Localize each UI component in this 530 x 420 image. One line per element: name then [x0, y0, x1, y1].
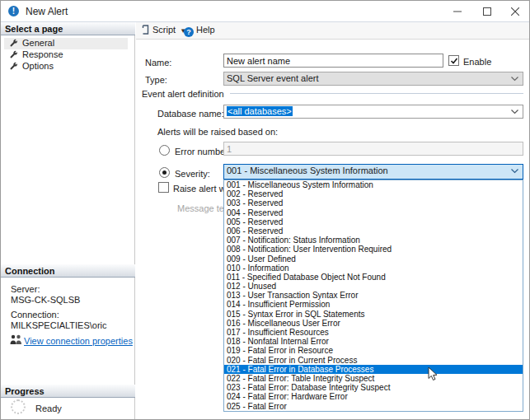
severity-option[interactable]: 011 - Specified Database Object Not Foun…: [224, 273, 523, 282]
severity-option[interactable]: 023 - Fatal Error: Database Integrity Su…: [224, 383, 523, 392]
raised-based-label: Alerts will be raised based on:: [157, 127, 278, 137]
mouse-cursor-icon: [428, 366, 438, 381]
severity-radio[interactable]: [159, 167, 170, 178]
minimize-button[interactable]: [445, 4, 470, 19]
help-icon: ?: [184, 27, 194, 37]
error-number-label: Error number:: [175, 147, 231, 156]
severity-option[interactable]: 007 - Notification: Status Information: [224, 236, 523, 245]
people-icon: [9, 334, 22, 345]
new-alert-dialog: ! New Alert Select a page General Respon…: [0, 0, 530, 420]
severity-option[interactable]: 015 - Syntax Error in SQL Statements: [224, 310, 523, 319]
severity-option[interactable]: 022 - Fatal Error: Table Integrity Suspe…: [224, 374, 523, 383]
maximize-button[interactable]: [475, 4, 500, 19]
sidebar-item-general[interactable]: General: [4, 38, 128, 49]
sidebar-item-response[interactable]: Response: [4, 49, 128, 61]
wrench-icon: [9, 62, 18, 71]
sidebar-item-label: General: [22, 38, 54, 48]
script-button[interactable]: Script▼: [141, 25, 186, 38]
alert-icon: !: [8, 6, 19, 16]
severity-option[interactable]: 010 - Information: [224, 264, 523, 273]
sidebar-item-label: Response: [22, 49, 63, 59]
close-button[interactable]: [503, 4, 528, 19]
selected-text: <all databases>: [227, 106, 293, 116]
chevron-down-icon: [511, 169, 518, 174]
severity-option[interactable]: 016 - Miscellaneous User Error: [224, 319, 523, 328]
name-label: Name:: [145, 58, 171, 68]
error-number-radio[interactable]: [159, 145, 170, 156]
severity-option[interactable]: 002 - Reserved: [224, 189, 523, 198]
close-icon: [511, 7, 519, 16]
wrench-icon: [9, 50, 18, 59]
database-name-select[interactable]: <all databases>: [223, 105, 523, 119]
maximize-icon: [483, 7, 491, 16]
window-title: New Alert: [26, 6, 68, 17]
chevron-down-icon: [511, 77, 518, 82]
severity-option[interactable]: 025 - Fatal Error: [224, 402, 523, 411]
chevron-down-icon: [511, 110, 518, 114]
severity-option[interactable]: 004 - Reserved: [224, 208, 523, 217]
connection-label: Connection:: [11, 310, 59, 320]
database-name-label: Database name:: [157, 109, 224, 119]
enable-label: Enable: [463, 57, 491, 67]
severity-option[interactable]: 024 - Fatal Error: Hardware Error: [224, 392, 523, 401]
sidebar-item-options[interactable]: Options: [4, 61, 128, 72]
sidebar: Select a page General Response Options C…: [1, 22, 135, 420]
severity-option[interactable]: 008 - Notification: User Intervention Re…: [224, 245, 523, 254]
raise-alert-checkbox[interactable]: [158, 182, 169, 193]
severity-option[interactable]: 003 - Reserved: [224, 198, 523, 208]
severity-dropdown-list[interactable]: 001 - Miscellaneous System Information00…: [223, 180, 523, 412]
type-label: Type:: [145, 75, 167, 85]
progress-header: Progress: [1, 385, 135, 398]
severity-option[interactable]: 005 - Reserved: [224, 217, 523, 226]
severity-select[interactable]: 001 - Miscellaneous System Information: [223, 164, 523, 180]
sidebar-item-label: Options: [22, 61, 54, 71]
severity-option[interactable]: 009 - User Defined: [224, 254, 523, 264]
severity-option[interactable]: 020 - Fatal Error in Current Process: [224, 356, 523, 365]
select-page-header: Select a page: [1, 22, 135, 35]
name-input[interactable]: [223, 54, 443, 68]
severity-option[interactable]: 019 - Fatal Error in Resource: [224, 346, 523, 355]
minimize-icon: [453, 7, 462, 16]
title-bar: ! New Alert: [1, 1, 529, 22]
severity-option[interactable]: 001 - Miscellaneous System Information: [224, 180, 523, 189]
group-divider: [230, 93, 523, 94]
type-select[interactable]: SQL Server event alert: [223, 72, 523, 86]
error-number-input[interactable]: [223, 142, 523, 156]
progress-status: Ready: [35, 404, 62, 413]
spinner-icon: [11, 399, 26, 414]
help-button[interactable]: ?Help: [184, 25, 215, 38]
severity-option[interactable]: 012 - Unused: [224, 282, 523, 291]
check-icon: [450, 57, 458, 65]
event-alert-definition-label: Event alert definition: [142, 89, 224, 99]
severity-option[interactable]: 021 - Fatal Error in Database Processes: [224, 365, 523, 374]
severity-option[interactable]: 006 - Reserved: [224, 226, 523, 236]
view-connection-properties-link[interactable]: View connection properties: [24, 336, 133, 346]
severity-label: Severity:: [175, 169, 210, 179]
connection-value: MILKSPECIALTIES\oric: [11, 320, 107, 330]
enable-checkbox[interactable]: [448, 55, 459, 66]
toolbar: Script▼ ?Help: [136, 22, 530, 40]
severity-option[interactable]: 013 - User Transaction Syntax Error: [224, 291, 523, 300]
severity-option[interactable]: 014 - Insufficient Permission: [224, 300, 523, 309]
connection-header: Connection: [1, 264, 135, 278]
server-label: Server:: [11, 284, 40, 294]
script-icon: [141, 25, 150, 35]
server-value: MSG-CK-SQLSB: [11, 295, 80, 305]
severity-option[interactable]: 017 - Insufficient Resources: [224, 328, 523, 337]
severity-option[interactable]: 018 - Nonfatal Internal Error: [224, 337, 523, 346]
wrench-icon: [9, 39, 18, 48]
